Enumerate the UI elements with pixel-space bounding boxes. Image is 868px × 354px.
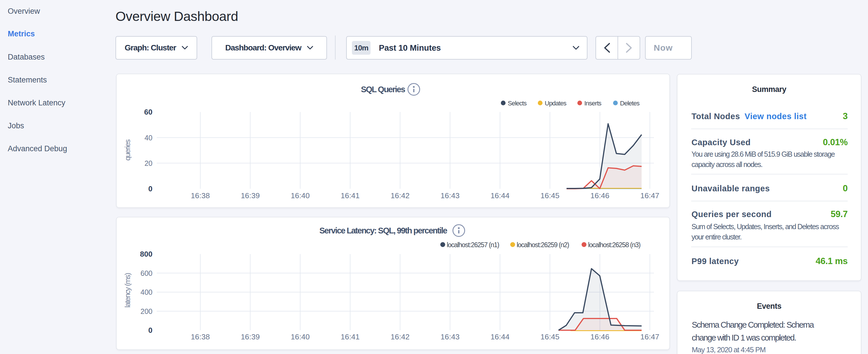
- svg-text:16:46: 16:46: [590, 191, 609, 200]
- svg-text:200: 200: [141, 307, 152, 315]
- svg-text:16:41: 16:41: [341, 191, 360, 200]
- svg-text:16:40: 16:40: [290, 332, 309, 341]
- svg-text:800: 800: [140, 250, 152, 258]
- svg-text:16:38: 16:38: [191, 332, 210, 341]
- svg-text:Inserts: Inserts: [584, 100, 601, 107]
- svg-text:SQL Queries: SQL Queries: [361, 85, 405, 94]
- svg-text:0: 0: [149, 185, 152, 193]
- svg-text:16:44: 16:44: [491, 191, 509, 200]
- svg-text:queries: queries: [123, 139, 132, 160]
- svg-text:16:42: 16:42: [391, 332, 409, 341]
- svg-text:localhost:26259 (n2): localhost:26259 (n2): [517, 241, 569, 249]
- svg-text:400: 400: [141, 288, 152, 296]
- svg-text:16:47: 16:47: [641, 332, 659, 341]
- svg-text:16:40: 16:40: [290, 191, 309, 200]
- svg-text:16:38: 16:38: [191, 191, 210, 200]
- svg-text:16:45: 16:45: [540, 191, 559, 200]
- svg-text:20: 20: [145, 159, 152, 167]
- svg-text:16:44: 16:44: [491, 332, 509, 341]
- svg-text:40: 40: [145, 134, 152, 142]
- svg-text:16:47: 16:47: [641, 191, 659, 200]
- svg-text:16:41: 16:41: [341, 332, 360, 341]
- svg-text:Service Latency: SQL, 99th per: Service Latency: SQL, 99th percentile: [319, 226, 447, 235]
- svg-text:16:45: 16:45: [540, 332, 559, 341]
- svg-text:Updates: Updates: [545, 100, 566, 107]
- svg-text:60: 60: [144, 108, 152, 116]
- svg-text:Deletes: Deletes: [620, 100, 640, 107]
- svg-text:16:39: 16:39: [241, 191, 260, 200]
- svg-text:600: 600: [141, 269, 152, 277]
- svg-text:0: 0: [149, 326, 152, 334]
- svg-text:localhost:26257 (n1): localhost:26257 (n1): [447, 241, 499, 249]
- svg-text:16:39: 16:39: [241, 332, 260, 341]
- svg-text:16:46: 16:46: [590, 332, 609, 341]
- svg-text:Selects: Selects: [508, 100, 527, 107]
- svg-text:16:42: 16:42: [391, 191, 409, 200]
- svg-text:latency (ms): latency (ms): [123, 273, 132, 308]
- svg-text:16:43: 16:43: [440, 191, 459, 200]
- svg-text:localhost:26258 (n3): localhost:26258 (n3): [588, 241, 641, 249]
- svg-text:16:43: 16:43: [440, 332, 459, 341]
